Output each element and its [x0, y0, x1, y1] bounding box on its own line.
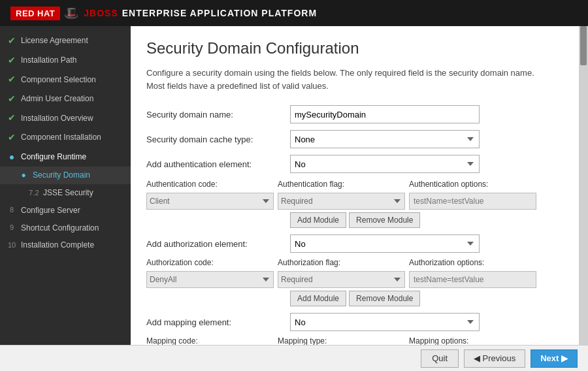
sidebar-item-label: Admin User Creation	[21, 93, 93, 105]
bottom-bar: Quit ◀ Previous Next ▶	[0, 345, 588, 371]
auth-options-label: Authentication options:	[409, 180, 536, 189]
add-mapping-element-select[interactable]: No	[290, 313, 480, 331]
num-icon: 8	[7, 205, 17, 215]
app-title: ENTERPRISE APPLICATION PLATFORM	[122, 8, 317, 18]
add-auth-element-row: Add authentication element: No	[146, 155, 563, 173]
sidebar-item-shortcut[interactable]: 9 Shortcut Configuration	[0, 219, 131, 237]
content-description: Configure a security domain using the fi…	[146, 67, 538, 92]
sidebar-item-label: License Agreement	[21, 35, 88, 46]
authz-module-buttons: Add Module Remove Module	[146, 291, 563, 306]
next-button[interactable]: Next ▶	[531, 349, 578, 368]
check-icon: ✔	[7, 131, 17, 144]
check-icon: ✔	[7, 93, 17, 106]
cache-type-select[interactable]: None	[290, 130, 480, 148]
sidebar-item-component-installation[interactable]: ✔ Component Installation	[0, 128, 131, 148]
mapping-code-label: Mapping code:	[146, 336, 274, 346]
num-icon: 9	[7, 223, 17, 233]
authz-code-label: Authorization code:	[146, 258, 274, 267]
num-icon: 7.2	[29, 188, 39, 198]
authz-flag-select[interactable]: Required	[278, 271, 405, 288]
jboss-logo: JBOSS	[84, 8, 118, 18]
auth-module-buttons: Add Module Remove Module	[146, 212, 563, 228]
auth-flag-select[interactable]: Required	[278, 193, 405, 210]
redhat-logo: RED HAT	[10, 7, 60, 20]
sidebar-item-configure-server[interactable]: 8 Configure Server	[0, 202, 131, 219]
sidebar-item-label: Installation Path	[21, 55, 76, 66]
add-authz-element-row: Add authorization element: No	[146, 234, 563, 253]
add-authz-element-label: Add authorization element:	[146, 239, 290, 249]
sidebar-item-complete[interactable]: 10 Installation Complete	[0, 236, 131, 254]
auth-code-col: Authentication code: Client	[146, 180, 274, 210]
security-domain-name-row: Security domain name:	[146, 105, 563, 123]
content-area: Security Domain Configuration Configure …	[131, 26, 579, 371]
previous-button[interactable]: ◀ Previous	[464, 349, 525, 368]
sidebar-item-configure-runtime[interactable]: ● Configure Runtime	[0, 148, 131, 167]
app-header: RED HAT 🎩 JBOSS ENTERPRISE APPLICATION P…	[0, 0, 588, 26]
sidebar-item-license[interactable]: ✔ License Agreement	[0, 31, 131, 51]
add-authz-element-select[interactable]: No	[290, 234, 480, 253]
add-mapping-element-label: Add mapping element:	[146, 317, 290, 327]
check-icon: ✔	[7, 54, 17, 67]
sidebar-item-installation-path[interactable]: ✔ Installation Path	[0, 51, 131, 71]
sidebar: ✔ License Agreement ✔ Installation Path …	[0, 26, 131, 371]
sidebar-item-label: Installation Complete	[21, 240, 94, 251]
auth-flag-col: Authentication flag: Required	[278, 180, 405, 210]
scrollbar[interactable]	[579, 26, 588, 371]
sidebar-item-label: Configure Server	[21, 205, 80, 216]
add-mapping-element-row: Add mapping element: No	[146, 313, 563, 331]
auth-options-col: Authentication options:	[409, 180, 536, 210]
mapping-options-label: Mapping options:	[409, 336, 536, 346]
add-auth-module-button[interactable]: Add Module	[290, 212, 346, 228]
sidebar-item-label: Component Installation	[21, 132, 101, 143]
sidebar-item-jsse[interactable]: 7.2 JSSE Security	[0, 184, 131, 202]
auth-options-input[interactable]	[409, 193, 536, 210]
authz-flag-col: Authorization flag: Required	[278, 258, 405, 288]
check-icon: ✔	[7, 73, 17, 86]
sidebar-item-admin-user[interactable]: ✔ Admin User Creation	[0, 89, 131, 109]
page-title: Security Domain Configuration	[146, 39, 563, 57]
mapping-type-label: Mapping type:	[278, 336, 405, 346]
sidebar-item-label: Component Selection	[21, 74, 96, 86]
add-auth-element-label: Add authentication element:	[146, 159, 290, 169]
auth-code-select[interactable]: Client	[146, 193, 274, 210]
main-container: ✔ License Agreement ✔ Installation Path …	[0, 26, 588, 371]
num-icon: 10	[7, 240, 17, 250]
sidebar-item-label: JSSE Security	[43, 187, 93, 199]
security-domain-name-input[interactable]	[290, 105, 480, 123]
sidebar-item-label: Security Domain	[33, 170, 90, 181]
sidebar-item-installation-overview[interactable]: ✔ Installation Overview	[0, 108, 131, 128]
sidebar-item-component-selection[interactable]: ✔ Component Selection	[0, 70, 131, 89]
scrollbar-thumb[interactable]	[580, 26, 587, 65]
authz-options-col: Authorization options:	[409, 258, 536, 288]
cache-type-row: Security domain cache type: None	[146, 130, 563, 148]
cache-type-label: Security domain cache type:	[146, 135, 290, 144]
check-icon: ✔	[7, 112, 17, 125]
auth-flag-label: Authentication flag:	[278, 180, 405, 189]
circle-icon: ●	[7, 151, 17, 164]
add-auth-element-select[interactable]: No	[290, 155, 480, 173]
authz-options-label: Authorization options:	[409, 258, 536, 267]
quit-button[interactable]: Quit	[421, 349, 459, 368]
authz-options-input[interactable]	[409, 271, 536, 288]
hat-icon: 🎩	[64, 6, 78, 20]
check-icon: ✔	[7, 35, 17, 48]
remove-auth-module-button[interactable]: Remove Module	[349, 212, 420, 228]
logo: RED HAT 🎩 JBOSS ENTERPRISE APPLICATION P…	[10, 6, 317, 20]
authz-details-row: Authorization code: DenyAll Authorizatio…	[146, 258, 563, 288]
add-authz-module-button[interactable]: Add Module	[290, 291, 346, 306]
auth-code-label: Authentication code:	[146, 180, 274, 189]
sidebar-item-label: Shortcut Configuration	[21, 223, 99, 234]
authz-code-col: Authorization code: DenyAll	[146, 258, 274, 288]
remove-authz-module-button[interactable]: Remove Module	[349, 291, 420, 306]
security-domain-name-label: Security domain name:	[146, 110, 290, 120]
sidebar-item-label: Configure Runtime	[21, 152, 86, 163]
sidebar-item-label: Installation Overview	[21, 113, 93, 124]
authz-code-select[interactable]: DenyAll	[146, 271, 274, 288]
sidebar-item-security-domain[interactable]: ● Security Domain	[0, 167, 131, 184]
auth-details-row: Authentication code: Client Authenticati…	[146, 180, 563, 210]
authz-flag-label: Authorization flag:	[278, 258, 405, 267]
circle-sub-icon: ●	[18, 170, 29, 181]
